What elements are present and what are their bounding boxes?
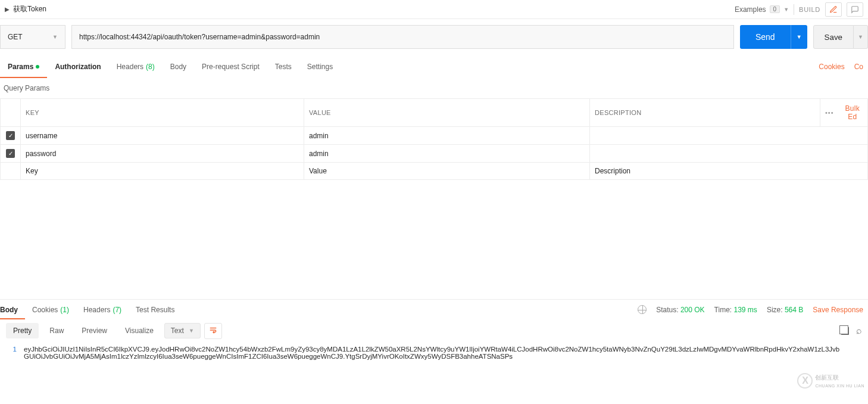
save-dropdown[interactable]: ▼ <box>854 25 868 49</box>
cell-key[interactable]: password <box>21 145 304 163</box>
table-row[interactable]: ✓ username admin <box>1 127 868 145</box>
th-value: VALUE <box>304 99 590 127</box>
tab-prerequest[interactable]: Pre-request Script <box>194 55 267 78</box>
more-icon[interactable]: ••• <box>825 109 834 116</box>
cell-desc-placeholder[interactable]: Description <box>590 163 868 180</box>
cell-key-placeholder[interactable]: Key <box>21 163 304 180</box>
chevron-down-icon: ▼ <box>858 34 863 40</box>
build-link[interactable]: BUILD <box>799 6 820 13</box>
table-row-new[interactable]: Key Value Description <box>1 163 868 180</box>
chevron-down-icon: ▼ <box>797 34 802 40</box>
tab-headers-label: Headers <box>117 63 143 71</box>
request-title: 获取Token <box>13 4 46 14</box>
cell-desc[interactable] <box>590 145 868 163</box>
cell-value[interactable]: admin <box>304 127 590 145</box>
checkbox-checked-icon[interactable]: ✓ <box>6 131 15 140</box>
th-key: KEY <box>21 99 304 127</box>
tab-authorization[interactable]: Authorization <box>47 55 108 78</box>
http-method-select[interactable]: GET ▼ <box>0 25 65 49</box>
cell-desc[interactable] <box>590 127 868 145</box>
tab-params-label: Params <box>8 63 33 71</box>
examples-label: Examples <box>735 5 766 14</box>
collapse-arrow-icon[interactable]: ▶ <box>5 6 10 13</box>
cookies-link[interactable]: Cookies <box>819 63 844 71</box>
tab-tests[interactable]: Tests <box>267 55 299 78</box>
tab-headers-count: (8) <box>146 63 155 71</box>
bulk-edit-link[interactable]: Bulk Ed <box>842 104 863 121</box>
query-params-section-title: Query Params <box>0 78 868 98</box>
url-input[interactable]: https://localhost:44342/api/oauth/token?… <box>71 25 734 49</box>
http-method-value: GET <box>8 33 23 41</box>
save-button[interactable]: Save <box>813 25 854 49</box>
chevron-down-icon: ▼ <box>783 7 789 13</box>
table-row[interactable]: ✓ password admin <box>1 145 868 163</box>
tab-headers[interactable]: Headers (8) <box>109 55 163 78</box>
chevron-down-icon: ▼ <box>52 34 58 40</box>
code-link[interactable]: Co <box>854 63 863 71</box>
tab-params[interactable]: Params <box>0 55 47 78</box>
tab-settings[interactable]: Settings <box>299 55 341 78</box>
cell-value[interactable]: admin <box>304 145 590 163</box>
th-actions: ••• Bulk Ed <box>820 99 868 127</box>
examples-dropdown[interactable]: Examples 0 ▼ <box>735 5 789 14</box>
checkbox-checked-icon[interactable]: ✓ <box>6 149 15 158</box>
cell-value-placeholder[interactable]: Value <box>304 163 590 180</box>
th-check <box>1 99 21 127</box>
modified-dot-icon <box>36 65 39 69</box>
divider <box>794 4 794 15</box>
th-desc: DESCRIPTION <box>590 99 820 127</box>
url-value: https://localhost:44342/api/oauth/token?… <box>79 33 320 41</box>
table-header-row: KEY VALUE DESCRIPTION ••• Bulk Ed <box>1 99 868 127</box>
comment-icon[interactable] <box>847 2 863 17</box>
query-params-table: KEY VALUE DESCRIPTION ••• Bulk Ed ✓ user… <box>0 98 868 180</box>
examples-count: 0 <box>770 5 780 13</box>
send-dropdown[interactable]: ▼ <box>791 25 807 49</box>
tab-body[interactable]: Body <box>163 55 194 78</box>
send-button[interactable]: Send <box>740 25 791 49</box>
cell-key[interactable]: username <box>21 127 304 145</box>
edit-icon[interactable] <box>825 2 842 17</box>
